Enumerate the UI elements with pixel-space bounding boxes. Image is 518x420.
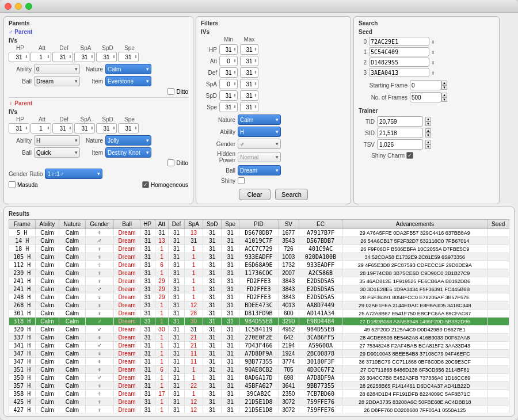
clear-button[interactable]: Clear bbox=[239, 189, 271, 200]
tid-spinner[interactable]: ▲ ▼ bbox=[425, 117, 431, 126]
table-row[interactable]: 425 HCalmCalm♀Dream3113112313121D5E1D830… bbox=[9, 398, 509, 406]
seed-spinner-0[interactable]: ⬍ bbox=[431, 40, 435, 45]
female-item-select[interactable]: Destiny Knot bbox=[105, 147, 151, 158]
table-row[interactable]: 337 HCalmCalm♀Dream31131213131270E0F2E64… bbox=[9, 334, 509, 342]
seed-spinner-3[interactable]: ⬍ bbox=[431, 71, 435, 76]
filter-def-max[interactable]: 31 ⬍ bbox=[240, 67, 258, 78]
results-table-wrap[interactable]: FrameAbilityNatureGenderBallHPAttDefSpAS… bbox=[9, 219, 509, 413]
female-hp-input[interactable]: 31 bbox=[9, 123, 29, 133]
table-row[interactable]: 318 HCalmCalm♂Dream31131303131984D55E832… bbox=[9, 318, 509, 326]
filter-shiny-checkbox[interactable] bbox=[238, 177, 245, 184]
female-ability-row: Ability H Nature Jolly bbox=[9, 135, 188, 146]
num-frames-input[interactable]: 500 bbox=[410, 92, 441, 102]
table-row[interactable]: 351 HCalmCalm♀Dream316311313190AE8CB2705… bbox=[9, 366, 509, 374]
tid-input[interactable]: 20,759 bbox=[377, 116, 423, 127]
filter-spe-min[interactable]: 31 ⬍ bbox=[219, 102, 238, 112]
table-row[interactable]: 14 HCalmCalm♂Dream31133131313141019C7F35… bbox=[9, 237, 509, 245]
minimize-button[interactable] bbox=[15, 3, 22, 10]
filter-spe-max[interactable]: 31 ⬍ bbox=[240, 102, 258, 112]
table-row[interactable]: 241 HCalmCalm♀Dream31293113131FD2FFE3384… bbox=[9, 277, 509, 285]
table-row[interactable]: 105 HCalmCalm♀Dream3113113131933EADFF100… bbox=[9, 253, 509, 261]
table-row[interactable]: 347 HCalmCalm♀Dream31131113131A7D8DF9A19… bbox=[9, 350, 509, 358]
sid-input[interactable]: 21,518 bbox=[377, 128, 423, 138]
filter-att-max[interactable]: 31 ⬍ bbox=[240, 56, 258, 66]
maximize-button[interactable] bbox=[25, 3, 32, 10]
female-att-input[interactable]: 1 bbox=[31, 123, 51, 133]
filter-ability-select[interactable]: H bbox=[238, 127, 281, 137]
table-row[interactable]: 341 HCalmCalm♂Dream311312131317D43F46621… bbox=[9, 342, 509, 350]
table-row[interactable]: 357 HCalmCalm♀Dream3113122313145BFA62736… bbox=[9, 382, 509, 390]
male-nature-select[interactable]: Calm bbox=[105, 64, 151, 74]
male-ball-select[interactable]: Dream bbox=[34, 76, 80, 86]
female-ditto-checkbox[interactable] bbox=[167, 159, 174, 166]
table-row[interactable]: 5 HCalmCalm♀Dream313131133131DS678DB7167… bbox=[9, 229, 509, 237]
filter-hp-max[interactable]: 31 ⬍ bbox=[240, 44, 258, 55]
male-item-select[interactable]: Everstone bbox=[105, 76, 151, 86]
num-frames-spinner[interactable]: ▲ ▼ bbox=[441, 93, 447, 102]
filter-iv-row-att: Att 0 ⬍ 31 ⬍ bbox=[201, 56, 346, 66]
filter-att-min[interactable]: 0 ⬍ bbox=[219, 56, 238, 66]
filters-panel: Filters IVs Min Max HP 31 ⬍ 31 ⬍ Att 0 ⬍… bbox=[196, 16, 351, 204]
table-row[interactable]: 268 HCalmCalm♀Dream31131123131BDEE473C40… bbox=[9, 301, 509, 310]
seed-input-2[interactable] bbox=[369, 58, 429, 67]
table-row[interactable]: 320 HCalmCalm♂Dream3130313131311C5841194… bbox=[9, 326, 509, 334]
table-row[interactable]: 239 HCalmCalm♀Dream311311313111736COC200… bbox=[9, 269, 509, 277]
male-ability-select[interactable]: 0 bbox=[34, 64, 80, 74]
table-row[interactable]: 248 HCalmCalm♀Dream31293113131FD2FFE3384… bbox=[9, 293, 509, 301]
female-ball-select[interactable]: Quick bbox=[34, 147, 80, 158]
male-att-input[interactable]: 1 bbox=[31, 52, 51, 62]
table-row[interactable]: 112 HCalmCalm♀Dream3163113131E6D68A9E173… bbox=[9, 261, 509, 269]
masuda-homogeneous-row: Masuda ✓ Homogeneous bbox=[9, 181, 188, 188]
seed-row-3: 3 ⬍ bbox=[359, 67, 494, 78]
male-spa-input[interactable]: 31 bbox=[74, 52, 95, 62]
filter-spd-max[interactable]: 31 ⬍ bbox=[240, 90, 258, 101]
table-row[interactable]: 350 HCalmCalm♂Dream31131131318AD6A17D698… bbox=[9, 374, 509, 382]
top-panels: Parents ♂ Parent IVs HP Att Def SpA SpD … bbox=[3, 16, 515, 204]
table-row[interactable]: 301 HCalmCalm♀Dream31131283131D813FD9B60… bbox=[9, 310, 509, 318]
shiny-charm-checkbox[interactable]: ✓ bbox=[406, 152, 413, 159]
homogeneous-checkbox[interactable]: ✓ bbox=[142, 181, 149, 188]
male-hp-input[interactable]: 31 bbox=[9, 52, 29, 62]
male-spd-input[interactable]: 31 bbox=[96, 52, 117, 62]
filter-spa-min[interactable]: 0 ⬍ bbox=[219, 79, 238, 89]
male-def-input[interactable]: 31 bbox=[52, 52, 73, 62]
table-row[interactable]: 18 HCalmCalm♀Dream3113113131ACC7C7297264… bbox=[9, 245, 509, 253]
filter-iv-row-spa: SpA 0 ⬍ 31 ⬍ bbox=[201, 79, 346, 89]
female-spa-input[interactable]: 31 bbox=[74, 123, 95, 133]
filter-spa-max[interactable]: 31 ⬍ bbox=[240, 79, 258, 89]
tsv-spinner[interactable]: ▲ ▼ bbox=[425, 140, 431, 149]
table-row[interactable]: 241 HCalmCalm♂Dream31293113131FD2FFE3384… bbox=[9, 285, 509, 293]
male-ditto-checkbox[interactable] bbox=[167, 88, 174, 95]
sid-spinner[interactable]: ▲ ▼ bbox=[425, 128, 431, 138]
gender-ratio-select[interactable]: 1♀:1♂ bbox=[45, 169, 102, 179]
female-spd-input[interactable]: 31 bbox=[96, 123, 117, 133]
tsv-input[interactable]: 1,026 bbox=[377, 139, 423, 150]
filter-gender-select[interactable]: ♂ bbox=[238, 139, 281, 149]
female-def-input[interactable]: 31 bbox=[52, 123, 73, 133]
starting-frame-spinner[interactable]: ▲ ▼ bbox=[441, 81, 447, 90]
male-spe-input[interactable]: 31 bbox=[118, 52, 139, 62]
filter-hp-min[interactable]: 31 ⬍ bbox=[219, 44, 238, 55]
masuda-checkbox[interactable] bbox=[9, 181, 16, 188]
female-ability-select[interactable]: H bbox=[34, 135, 80, 146]
seed-input-1[interactable] bbox=[369, 47, 429, 56]
filter-def-min[interactable]: 31 ⬍ bbox=[219, 67, 238, 78]
seed-row-0: 0 ⬍ bbox=[359, 36, 494, 47]
seed-spinner-1[interactable]: ⬍ bbox=[431, 50, 435, 55]
filter-ball-select[interactable]: Dream bbox=[238, 165, 281, 175]
table-row[interactable]: 358 HCalmCalm♀Dream3117311313139CAB2C235… bbox=[9, 390, 509, 398]
starting-frame-input[interactable]: 0 bbox=[410, 80, 441, 90]
female-spe-input[interactable]: 31 bbox=[118, 123, 139, 133]
female-nature-select[interactable]: Jolly bbox=[105, 135, 151, 146]
search-button[interactable]: Search bbox=[275, 189, 308, 200]
table-row[interactable]: 347 HCalmCalm♀Dream311311131319BB7735537… bbox=[9, 358, 509, 366]
close-button[interactable] bbox=[5, 3, 12, 10]
filter-spd-min[interactable]: 31 ⬍ bbox=[219, 90, 238, 101]
seed-input-3[interactable] bbox=[369, 68, 429, 77]
seed-spinner-2[interactable]: ⬍ bbox=[431, 60, 435, 66]
table-row[interactable]: 427 HCalmCalm♀Dream3113112313121D5E1D830… bbox=[9, 406, 509, 413]
filter-iv-rows: HP 31 ⬍ 31 ⬍ Att 0 ⬍ 31 ⬍ Def 31 ⬍ 31 ⬍ … bbox=[201, 44, 346, 112]
filter-hidden-power-select[interactable]: Normal bbox=[238, 152, 281, 162]
seed-input-0[interactable] bbox=[369, 37, 429, 46]
filter-nature-select[interactable]: Calm bbox=[238, 114, 281, 125]
